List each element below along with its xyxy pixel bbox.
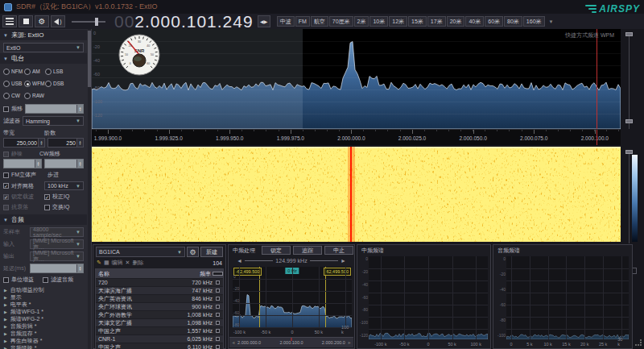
fm-settings-button[interactable]: ⚙: [187, 247, 199, 257]
table-row[interactable]: 天津文艺广播1,098 kHz: [96, 318, 223, 326]
fm-delete-label[interactable]: 删除: [132, 259, 143, 267]
snap-grid-checkbox[interactable]: [3, 183, 9, 189]
tuning-line[interactable]: [597, 29, 597, 129]
mute-button[interactable]: ): [51, 15, 65, 27]
band-button[interactable]: 15米: [408, 16, 427, 27]
band-button[interactable]: 17米: [427, 16, 446, 27]
audio-spectrum-plot[interactable]: [506, 256, 629, 339]
band-button[interactable]: 80米: [504, 16, 522, 27]
contrast-slider-handle[interactable]: [625, 119, 633, 123]
audio-panel-header[interactable]: ▼音频: [0, 214, 87, 225]
zoom-fft-plot[interactable]: -62,499.500 0 Hz 62,499.500 0-20-40-60-8…: [233, 267, 352, 328]
frequency-scale[interactable]: 1.999.900.01.999.925.01.999.950.01.999.9…: [92, 129, 621, 145]
band-button[interactable]: 12米: [389, 16, 407, 27]
fm-new-button[interactable]: 新建: [200, 247, 223, 257]
mode-radio-raw[interactable]: RAW: [24, 89, 45, 102]
band-button[interactable]: 60米: [485, 16, 503, 27]
resize-grip[interactable]: [635, 339, 642, 346]
source-select[interactable]: ExtIO▼: [3, 43, 84, 52]
filter-audio-checkbox[interactable]: [43, 277, 48, 283]
mode-radio-nfm[interactable]: NFM: [3, 65, 24, 77]
table-row[interactable]: 央广外语教学1,008 kHz: [96, 310, 223, 318]
filter-select[interactable]: Hamming▼: [23, 116, 84, 126]
left-edge-value[interactable]: -62,499.500: [233, 268, 262, 276]
edit-pencil-icon[interactable]: ✎: [97, 260, 101, 266]
band-overflow-caret[interactable]: ▼: [549, 19, 554, 24]
source-panel-header[interactable]: ▼来源: ExtIO: [0, 30, 87, 40]
row-checkbox[interactable]: [213, 280, 223, 285]
band-button[interactable]: 航空: [311, 16, 328, 27]
row-checkbox[interactable]: [213, 305, 223, 309]
row-checkbox[interactable]: [213, 289, 223, 293]
row-checkbox[interactable]: [213, 345, 223, 349]
shift-checkbox[interactable]: [3, 106, 9, 112]
row-checkbox[interactable]: [213, 313, 223, 317]
mode-radio-wfm[interactable]: WFM: [24, 77, 45, 89]
filter-edge-right[interactable]: [325, 267, 326, 328]
range-slider-handle[interactable]: [625, 150, 633, 154]
lock-carrier-checkbox[interactable]: [3, 194, 9, 200]
zoom-fft-button[interactable]: 锁定: [262, 246, 291, 255]
profile-select[interactable]: BG1ICA▼: [96, 247, 185, 257]
bandwidth-input[interactable]: 250,000▲▼: [3, 138, 45, 147]
col-freq[interactable]: 频率: [179, 270, 213, 278]
row-checkbox[interactable]: [213, 329, 223, 333]
mode-radio-am[interactable]: AM: [24, 65, 45, 77]
table-row[interactable]: 央广英语资讯846 kHz: [96, 294, 223, 302]
scrollbar-thumb[interactable]: [88, 31, 91, 87]
frequency-display[interactable]: 002.000.101.249: [114, 14, 254, 30]
menu-button[interactable]: [2, 15, 17, 27]
sidebar-scrollbar[interactable]: [88, 29, 91, 349]
delete-x-icon[interactable]: ✕: [126, 260, 130, 266]
col-name[interactable]: 名称: [96, 270, 179, 278]
range-slider-track[interactable]: [629, 150, 630, 243]
band-button[interactable]: 160米: [523, 16, 545, 27]
spectrum-display[interactable]: 快捷方式频道 WPM SNR 0102030405060 0-20-40-60-…: [92, 29, 621, 129]
step-select[interactable]: 100 kHz▼: [44, 181, 84, 190]
band-button[interactable]: 2米: [354, 16, 369, 27]
span-indicator[interactable]: ◄ 124.999 kHz ►: [229, 256, 354, 265]
band-button[interactable]: 20米: [447, 16, 465, 27]
row-checkbox[interactable]: [213, 321, 223, 325]
zoom-slider-track[interactable]: [629, 32, 630, 129]
unity-gain-checkbox[interactable]: [3, 277, 9, 283]
correct-iq-checkbox[interactable]: [44, 194, 50, 200]
zoom-fft-freq-bar[interactable]: ◄ 2.000.000.02.000.100.02.000.200.0 ►: [229, 337, 353, 347]
table-row[interactable]: 中国之声1,557 kHz: [96, 326, 223, 334]
frequency-step-buttons[interactable]: ◀▶: [258, 15, 270, 27]
if-spectrum-plot[interactable]: [369, 256, 488, 339]
zoom-fft-button[interactable]: 追踪: [293, 246, 322, 255]
filter-edge-left[interactable]: [259, 267, 260, 328]
order-input[interactable]: 250▲▼: [47, 138, 84, 147]
table-row[interactable]: CNR-16,025 kHz: [96, 334, 223, 343]
table-header[interactable]: 名称 频率: [96, 269, 223, 278]
table-row[interactable]: 720720 kHz: [96, 278, 223, 286]
waterfall-display[interactable]: [92, 147, 621, 242]
fm-edit-label[interactable]: 编辑: [112, 259, 123, 267]
band-button[interactable]: 中波: [277, 16, 295, 27]
fm-stereo-checkbox[interactable]: [3, 172, 9, 178]
band-button[interactable]: 40米: [465, 16, 484, 27]
squelch-checkbox[interactable]: [3, 152, 9, 157]
mode-radio-dsb[interactable]: DSB: [45, 77, 66, 89]
mode-radio-lsb[interactable]: LSB: [45, 65, 66, 77]
sidebar-panel-collapsed[interactable]: ▶音频降噪 *: [0, 344, 87, 349]
band-button[interactable]: 70厘米: [329, 16, 353, 27]
settings-button[interactable]: ⚙: [35, 15, 49, 27]
band-button[interactable]: FM: [295, 16, 310, 27]
table-row[interactable]: 天津滨海广播747 kHz: [96, 286, 223, 294]
radio-panel-header[interactable]: ▼电台: [0, 53, 87, 64]
swap-iq-checkbox[interactable]: [44, 205, 50, 210]
zoom-fft-button[interactable]: 中止: [324, 246, 353, 255]
mode-radio-cw[interactable]: CW: [3, 89, 24, 102]
table-row[interactable]: 央广环球资讯900 kHz: [96, 302, 223, 310]
volume-slider[interactable]: [72, 21, 105, 23]
row-checkbox[interactable]: [213, 337, 223, 341]
mode-radio-usb[interactable]: USB: [3, 77, 24, 89]
band-button[interactable]: 10米: [369, 16, 388, 27]
anti-fading-checkbox[interactable]: [3, 205, 9, 210]
grid-icon[interactable]: ▦: [104, 260, 109, 266]
right-edge-value[interactable]: 62,499.500: [324, 268, 351, 276]
zoom-slider-handle[interactable]: [625, 32, 633, 36]
table-row[interactable]: 中国之声6,110 kHz: [96, 343, 223, 349]
